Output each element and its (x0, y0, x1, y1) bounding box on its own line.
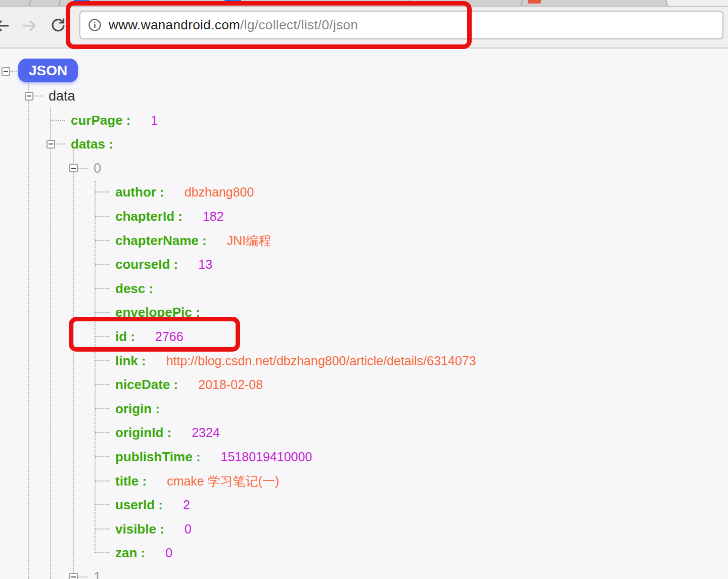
tab-strip-empty-area (666, 0, 728, 6)
json-root-badge[interactable]: JSON (18, 59, 78, 82)
expander-toggle-data[interactable] (25, 92, 33, 101)
json-key: envelopePic (115, 305, 200, 320)
expander-toggle-root[interactable] (2, 67, 10, 76)
json-key: title (115, 473, 147, 489)
tree-connector (56, 143, 65, 144)
json-key: zan (115, 545, 145, 560)
tree-connector (95, 216, 109, 217)
tab-separator (59, 0, 61, 6)
json-value: 1518019410000 (221, 450, 312, 464)
json-key: 0 (94, 161, 101, 176)
json-key: chapterName (115, 233, 207, 248)
json-key: origin (115, 401, 160, 416)
url-text: www.wanandroid.com/lg/collect/list/0/jso… (109, 17, 358, 33)
json-key: author (115, 184, 164, 200)
json-node-author: authordbzhang800 (115, 183, 254, 201)
back-arrow-icon (0, 17, 10, 34)
json-node-visible: visible0 (115, 520, 192, 538)
json-node-title: titlecmake 学习笔记(一) (115, 472, 279, 490)
json-node-datas: datas (71, 135, 113, 153)
json-node-zan: zan0 (115, 544, 172, 562)
site-info-icon[interactable] (88, 18, 102, 32)
expander-toggle-datas[interactable] (47, 140, 55, 149)
tree-connector (95, 432, 109, 433)
json-key: publishTime (115, 449, 201, 464)
url-bar[interactable]: www.wanandroid.com/lg/collect/list/0/jso… (79, 11, 723, 39)
tree-connector (95, 384, 109, 385)
json-value: http://blog.csdn.net/dbzhang800/article/… (166, 354, 476, 368)
json-value: dbzhang800 (185, 185, 254, 199)
json-key: link (115, 353, 146, 368)
json-node-userId: userId2 (115, 496, 190, 514)
tree-connector (95, 312, 109, 313)
tree-connector (78, 168, 87, 169)
json-node-desc: desc (115, 279, 153, 298)
tab-favicon-icon[interactable] (528, 0, 541, 4)
json-value: 1 (151, 113, 158, 127)
json-node-origin: origin (115, 400, 160, 418)
json-node-chapterName: chapterNameJNI编程 (115, 231, 271, 250)
json-value: 13 (198, 257, 212, 271)
json-node-id: id2766 (115, 327, 184, 346)
json-value: 0 (165, 546, 172, 560)
json-key: courseId (115, 257, 178, 272)
json-node-0: 0 (94, 159, 101, 177)
tree-connector (34, 95, 43, 96)
url-domain: www.wanandroid.com (109, 17, 240, 32)
tree-connector (11, 71, 17, 72)
tab-strip (0, 0, 728, 7)
tree-connector (95, 552, 109, 553)
json-node-envelopePic: envelopePic (115, 303, 200, 321)
json-node-publishTime: publishTime1518019410000 (115, 448, 312, 466)
expander-toggle-0[interactable] (69, 164, 78, 172)
back-button[interactable] (0, 17, 10, 34)
json-key: userId (115, 497, 163, 512)
tab-separator (29, 0, 31, 6)
tree-connector (95, 408, 109, 409)
tree-guide-line (28, 83, 29, 579)
json-key: desc (115, 281, 153, 296)
tree-connector (95, 288, 109, 289)
json-node-curPage: curPage1 (71, 111, 158, 129)
tab-favicon-icon[interactable] (74, 0, 89, 4)
json-value: cmake 学习笔记(一) (167, 474, 279, 488)
json-node-link: linkhttp://blog.csdn.net/dbzhang800/arti… (115, 352, 476, 370)
json-node-data: data (49, 87, 75, 105)
tree-guide-line (73, 150, 74, 579)
forward-button[interactable] (21, 17, 38, 34)
json-node-1: 1 (94, 568, 101, 579)
tree-connector (95, 240, 109, 241)
tree-connector (51, 120, 65, 121)
json-value: 2324 (192, 425, 220, 440)
reload-button[interactable] (50, 17, 67, 34)
browser-window: www.wanandroid.com/lg/collect/list/0/jso… (0, 0, 728, 579)
tree-connector (95, 191, 109, 192)
json-value: JNI编程 (227, 233, 271, 248)
json-key: 1 (94, 569, 101, 579)
url-path: /lg/collect/list/0/json (240, 17, 358, 32)
tree-connector (95, 456, 109, 457)
expander-toggle-1[interactable] (69, 573, 78, 579)
json-node-chapterId: chapterId182 (115, 207, 224, 225)
json-key: niceDate (115, 377, 178, 392)
tree-connector (95, 360, 109, 361)
json-key: visible (115, 521, 164, 537)
tab-favicon-icon[interactable] (224, 0, 241, 4)
json-node-niceDate: niceDate2018-02-08 (115, 375, 263, 394)
json-value: 2018-02-08 (198, 377, 263, 392)
json-key: chapterId (115, 209, 183, 224)
tab-separator (521, 0, 523, 6)
json-value: 2 (183, 498, 190, 512)
forward-arrow-icon (21, 17, 38, 34)
reload-icon (50, 17, 67, 34)
json-key: id (115, 329, 135, 344)
json-value: 2766 (155, 329, 184, 344)
tree-connector (95, 264, 109, 265)
json-node-originId: originId2324 (115, 423, 220, 442)
json-key: data (49, 88, 75, 104)
tree-connector (95, 480, 109, 481)
json-key: originId (115, 425, 171, 440)
tree-connector (95, 504, 109, 505)
json-key: datas (71, 136, 113, 152)
tree-connector (78, 576, 87, 577)
